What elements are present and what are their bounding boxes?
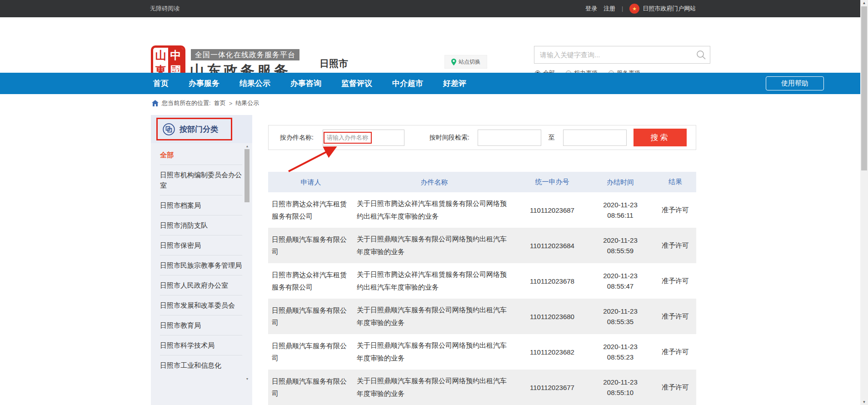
- sidebar-item-9[interactable]: 日照市科学技术局: [160, 335, 242, 355]
- nav-item-5[interactable]: 中介超市: [392, 78, 423, 89]
- city-name: 日照市: [319, 57, 348, 70]
- scrollbar-up-icon[interactable]: ▲: [860, 1, 868, 5]
- cell-result: 准予许可: [654, 206, 696, 215]
- cell-applicant: 日照鼎顺汽车服务有限公司: [268, 371, 354, 403]
- cell-finish-time: 2020-11-2308:55:10: [586, 377, 654, 398]
- sidebar-item-1[interactable]: 日照市机构编制委员会办公室: [160, 165, 242, 195]
- cell-finish-time: 2020-11-2308:56:11: [586, 200, 654, 220]
- seal-char: 中: [168, 48, 183, 63]
- cell-result: 准予许可: [654, 312, 696, 321]
- site-switch-label: 站点切换: [459, 58, 480, 66]
- page-scrollbar: ▲ ▼: [860, 0, 868, 405]
- department-sidebar: 按部门分类 全部日照市机构编制委员会办公室日照市档案局日照市消防支队日照市保密局…: [151, 115, 252, 405]
- topbar-right: 登录 注册 | ★ 日照市政府门户网站: [585, 0, 696, 17]
- results-table: 申请人 办件名称 统一申办号 办结时间 结果 日照市腾达众祥汽车租赁服务有限公司…: [268, 172, 696, 405]
- sidebar-scroll-up-icon[interactable]: ▲: [244, 145, 250, 148]
- nav-item-2[interactable]: 结果公示: [239, 78, 270, 89]
- table-row-1: 日照鼎顺汽车服务有限公司关于日照鼎顺汽车服务有限公司网络预约出租汽车年度审验的业…: [268, 228, 696, 263]
- seal-char: 山: [153, 48, 168, 63]
- sidebar-item-5[interactable]: 日照市民族宗教事务管理局: [160, 255, 242, 275]
- sidebar-item-10[interactable]: 日照市工业和信息化: [160, 355, 242, 375]
- breadcrumb-separator: >: [229, 100, 233, 107]
- national-emblem-icon: ★: [629, 4, 639, 14]
- nav-item-1[interactable]: 办事服务: [189, 78, 219, 89]
- name-filter-label: 按办件名称:: [280, 134, 314, 142]
- cell-applicant: 日照市腾达众祥汽车租赁服务有限公司: [268, 265, 354, 297]
- breadcrumb: 您当前所在的位置: 首页 > 结果公示: [152, 99, 259, 107]
- breadcrumb-home[interactable]: 首页: [214, 99, 226, 107]
- breadcrumb-label: 您当前所在的位置:: [162, 99, 211, 107]
- sidebar-scrollbar-thumb[interactable]: [244, 149, 249, 202]
- breadcrumb-current[interactable]: 结果公示: [235, 99, 259, 107]
- date-to-input[interactable]: [563, 130, 627, 146]
- cell-apply-no: 110112023687: [518, 206, 586, 214]
- cell-apply-no: 110112023682: [518, 348, 586, 356]
- register-link[interactable]: 注册: [604, 5, 615, 13]
- nav-item-3[interactable]: 办事咨询: [290, 78, 321, 89]
- col-header-apply-no: 统一申办号: [518, 178, 586, 186]
- sidebar-item-3[interactable]: 日照市消防支队: [160, 215, 242, 235]
- time-filter-label: 按时间段检索:: [429, 134, 469, 142]
- cell-result: 准予许可: [654, 241, 696, 250]
- table-row-3: 日照鼎顺汽车服务有限公司关于日照鼎顺汽车服务有限公司网络预约出租汽车年度审验的业…: [268, 299, 696, 334]
- cell-result: 准予许可: [654, 383, 696, 392]
- cell-result: 准予许可: [654, 348, 696, 356]
- accessibility-link[interactable]: 无障碍阅读: [150, 0, 180, 17]
- cell-applicant: 日照鼎顺汽车服务有限公司: [268, 230, 354, 261]
- table-header-row: 申请人 办件名称 统一申办号 办结时间 结果: [268, 172, 696, 192]
- name-input-wrap: [323, 130, 404, 146]
- sidebar-list: 全部日照市机构编制委员会办公室日照市档案局日照市消防支队日照市保密局日照市民族宗…: [151, 143, 252, 375]
- filter-bar: 按办件名称: 按时间段检索: 至 搜索: [268, 125, 696, 150]
- cell-applicant: 日照市腾达众祥汽车租赁服务有限公司: [268, 194, 354, 226]
- cell-apply-no: 110112023680: [518, 313, 586, 320]
- sidebar-item-6[interactable]: 日照市人民政府办公室: [160, 275, 242, 295]
- scrollbar-down-icon[interactable]: ▼: [860, 400, 868, 404]
- search-icon[interactable]: [693, 50, 710, 60]
- table-row-2: 日照市腾达众祥汽车租赁服务有限公司关于日照市腾达众祥汽车租赁服务有限公司网络预约…: [268, 263, 696, 299]
- sidebar-item-7[interactable]: 日照市发展和改革委员会: [160, 295, 242, 315]
- page-scrollbar-thumb[interactable]: [861, 6, 867, 170]
- cell-applicant: 日照鼎顺汽车服务有限公司: [268, 300, 354, 332]
- sidebar-item-0[interactable]: 全部: [160, 145, 242, 165]
- nav-item-4[interactable]: 监督评议: [341, 78, 372, 89]
- cell-finish-time: 2020-11-2308:55:23: [586, 341, 654, 362]
- login-link[interactable]: 登录: [585, 5, 597, 13]
- cell-applicant: 日照鼎顺汽车服务有限公司: [268, 336, 354, 368]
- platform-badge: 全国一体化在线政务服务平台: [191, 49, 299, 60]
- category-icon: [163, 123, 175, 135]
- table-row-5: 日照鼎顺汽车服务有限公司关于日照鼎顺汽车服务有限公司网络预约出租汽车年度审验的业…: [268, 370, 696, 405]
- cell-title: 关于日照鼎顺汽车服务有限公司网络预约出租汽车年度审验的业务: [354, 335, 518, 368]
- table-row-4: 日照鼎顺汽车服务有限公司关于日照鼎顺汽车服务有限公司网络预约出租汽车年度审验的业…: [268, 334, 696, 370]
- col-header-title: 办件名称: [354, 172, 518, 192]
- search-button[interactable]: 搜索: [634, 129, 687, 146]
- nav-item-6[interactable]: 好差评: [443, 78, 466, 89]
- home-icon: [152, 100, 159, 106]
- keyword-search: [534, 46, 710, 64]
- table-body: 日照市腾达众祥汽车租赁服务有限公司关于日照市腾达众祥汽车租赁服务有限公司网络预约…: [268, 192, 696, 405]
- header: 山 中 東 國 全国一体化在线政务服务平台 山东政务服务 日照市 站点切换 全部: [0, 17, 868, 73]
- cell-finish-time: 2020-11-2308:55:47: [586, 270, 654, 291]
- help-button[interactable]: 使用帮助: [766, 76, 824, 90]
- case-name-input[interactable]: [323, 130, 404, 146]
- page: 无障碍阅读 登录 注册 | ★ 日照市政府门户网站 山 中 東 國 全国一体化在…: [0, 0, 868, 405]
- cell-apply-no: 110112023677: [518, 384, 586, 391]
- col-header-finish-time: 办结时间: [586, 177, 654, 187]
- sidebar-item-4[interactable]: 日照市保密局: [160, 235, 242, 255]
- site-switch-button[interactable]: 站点切换: [444, 55, 487, 69]
- keyword-search-input[interactable]: [534, 51, 693, 59]
- date-from-input[interactable]: [478, 130, 541, 146]
- sidebar-title: 按部门分类: [180, 124, 218, 135]
- cell-title: 关于日照市腾达众祥汽车租赁服务有限公司网络预约出租汽车年度审验的业务: [354, 265, 518, 297]
- sidebar-item-2[interactable]: 日照市档案局: [160, 195, 242, 215]
- sidebar-scroll-down-icon[interactable]: ▼: [244, 377, 250, 380]
- table-row-0: 日照市腾达众祥汽车租赁服务有限公司关于日照市腾达众祥汽车租赁服务有限公司网络预约…: [268, 192, 696, 228]
- portal-link[interactable]: ★ 日照市政府门户网站: [629, 4, 696, 14]
- cell-title: 关于日照鼎顺汽车服务有限公司网络预约出租汽车年度审验的业务: [354, 300, 518, 333]
- sidebar-item-8[interactable]: 日照市教育局: [160, 315, 242, 335]
- cell-title: 关于日照市腾达众祥汽车租赁服务有限公司网络预约出租汽车年度审验的业务: [354, 194, 518, 226]
- main-content: 按办件名称: 按时间段检索: 至 搜索 申请人 办件名称: [268, 125, 696, 405]
- nav-item-0[interactable]: 首页: [153, 78, 169, 89]
- cell-finish-time: 2020-11-2308:55:35: [586, 306, 654, 327]
- portal-label: 日照市政府门户网站: [643, 5, 696, 13]
- topbar: 无障碍阅读 登录 注册 | ★ 日照市政府门户网站: [0, 0, 860, 17]
